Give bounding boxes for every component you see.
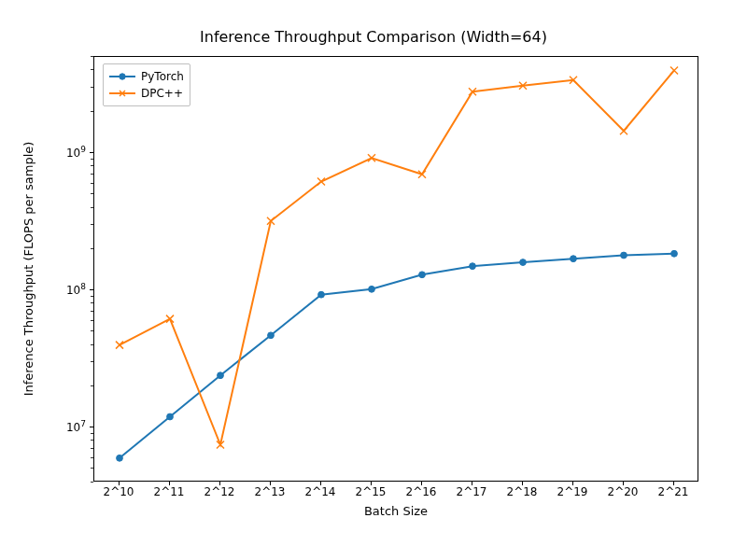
- x-tick-mark: [572, 482, 573, 485]
- x-tick-mark: [673, 482, 674, 485]
- data-point: [520, 259, 527, 266]
- y-tick-mark: [90, 289, 93, 290]
- data-point: [318, 291, 325, 298]
- data-point: [167, 413, 174, 420]
- y-tick-mark: [91, 468, 93, 469]
- data-point: [117, 455, 123, 461]
- y-tick-mark: [91, 224, 93, 225]
- legend-entry-dpcpp: DPC++: [109, 85, 184, 102]
- chart-title: Inference Throughput Comparison (Width=6…: [0, 28, 747, 46]
- y-tick-label: 109: [66, 145, 86, 160]
- data-point: [419, 272, 426, 278]
- data-point: [369, 286, 375, 292]
- x-tick-label: 2^21: [658, 485, 689, 498]
- y-axis-label: Inference Throughput (FLOPS per sample): [21, 56, 35, 482]
- y-tick-mark: [91, 320, 93, 321]
- y-tick-mark: [91, 440, 93, 441]
- x-tick-mark: [421, 482, 422, 485]
- legend: PyTorch DPC++: [103, 63, 190, 106]
- y-tick-mark: [90, 427, 93, 427]
- x-tick-label: 2^20: [608, 485, 639, 498]
- data-point: [470, 263, 476, 270]
- y-tick-mark: [91, 433, 93, 434]
- y-tick-mark: [91, 159, 93, 160]
- y-tick-mark: [91, 330, 93, 331]
- data-point: [620, 127, 627, 134]
- series-line-pytorch: [120, 254, 674, 458]
- y-tick-mark: [90, 152, 93, 153]
- x-tick-label: 2^12: [204, 485, 235, 498]
- y-tick-mark: [91, 87, 93, 88]
- y-tick-mark: [91, 344, 93, 345]
- data-point: [571, 256, 577, 262]
- data-point: [116, 342, 123, 349]
- y-tick-mark: [91, 183, 93, 184]
- x-tick-mark: [623, 482, 624, 485]
- y-tick-mark: [91, 69, 93, 70]
- data-point: [621, 252, 627, 259]
- x-tick-mark: [270, 482, 271, 485]
- y-tick-mark: [91, 311, 93, 312]
- legend-label: PyTorch: [141, 70, 184, 83]
- y-tick-label: 108: [66, 282, 86, 297]
- y-tick-mark: [91, 482, 93, 483]
- data-point: [166, 315, 174, 323]
- data-point: [218, 372, 224, 379]
- y-tick-mark: [91, 174, 93, 175]
- data-point: [268, 332, 275, 339]
- data-point: [317, 178, 325, 186]
- x-tick-label: 2^16: [406, 485, 437, 498]
- data-point: [670, 66, 678, 74]
- x-tick-label: 2^14: [305, 485, 336, 498]
- x-tick-mark: [472, 482, 472, 485]
- y-tick-mark: [91, 248, 93, 249]
- x-tick-mark: [119, 482, 120, 485]
- legend-entry-pytorch: PyTorch: [109, 68, 184, 85]
- y-tick-mark: [91, 165, 93, 166]
- axes-frame: [93, 56, 698, 482]
- x-tick-label: 2^18: [507, 485, 538, 498]
- legend-swatch-dpcpp: [109, 87, 135, 100]
- y-tick-mark: [91, 385, 93, 386]
- y-tick-mark: [91, 302, 93, 303]
- x-axis-label: Batch Size: [93, 504, 698, 518]
- data-point: [671, 250, 678, 257]
- x-tick-label: 2^19: [557, 485, 588, 498]
- y-tick-mark: [91, 111, 93, 112]
- legend-label: DPC++: [141, 87, 183, 100]
- x-tick-mark: [371, 482, 372, 485]
- y-tick-mark: [91, 457, 93, 458]
- figure: Inference Throughput Comparison (Width=6…: [0, 0, 747, 560]
- x-tick-mark: [320, 482, 321, 485]
- y-tick-label: 107: [66, 419, 86, 434]
- plot-layer: [94, 57, 699, 483]
- svg-point-25: [120, 74, 125, 79]
- x-tick-label: 2^17: [457, 485, 487, 498]
- x-tick-mark: [522, 482, 523, 485]
- x-tick-label: 2^10: [104, 485, 134, 498]
- y-tick-mark: [91, 207, 93, 208]
- x-tick-label: 2^11: [154, 485, 185, 498]
- x-tick-mark: [169, 482, 170, 485]
- y-tick-mark: [91, 448, 93, 449]
- x-tick-label: 2^13: [255, 485, 286, 498]
- x-tick-label: 2^15: [356, 485, 387, 498]
- y-tick-mark: [91, 361, 93, 362]
- y-tick-mark: [91, 56, 93, 57]
- legend-swatch-pytorch: [109, 70, 135, 83]
- x-tick-mark: [219, 482, 220, 485]
- y-tick-mark: [91, 296, 93, 297]
- y-tick-mark: [91, 193, 93, 194]
